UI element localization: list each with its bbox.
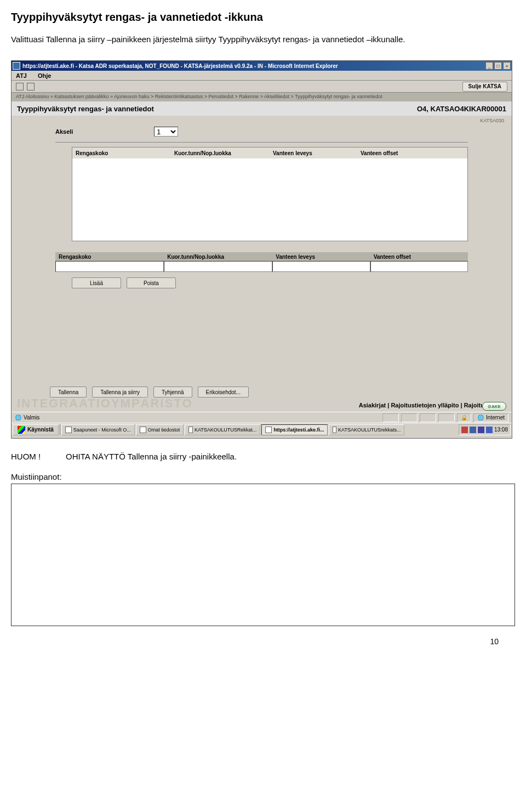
task-button[interactable]: KATSAKOULUTUSRekkat...: [185, 424, 260, 435]
divider: [55, 142, 468, 143]
close-button[interactable]: ×: [503, 62, 511, 70]
lisaa-button[interactable]: Lisää: [72, 277, 121, 288]
tray-icon[interactable]: [486, 427, 493, 433]
task-button-active[interactable]: https://atjtesti.ake.fi...: [261, 424, 328, 435]
status-pane-zone: 🌐 Internet: [473, 413, 508, 422]
page-title: Tyyppihyväksytyt rengas- ja vannetiedot: [17, 105, 154, 113]
content-area: KATSA030 Akseli 1 Rengaskoko Kuor.tunn/N…: [12, 116, 512, 412]
tray-icon[interactable]: [461, 427, 468, 433]
input-offset[interactable]: [370, 261, 468, 272]
ie-icon: [13, 62, 20, 70]
input-rengaskoko[interactable]: [55, 261, 164, 272]
huom-label: HUOM !: [11, 452, 66, 461]
col-leveys: Vanteen leveys: [270, 150, 357, 156]
browser-window: https://atjtesti.ake.fi - Katsa ADR supe…: [11, 60, 512, 439]
status-pane: [438, 413, 455, 422]
word-icon: [333, 427, 336, 433]
col-kuor: Kuor.tunn/Nop.luokka: [171, 150, 270, 156]
notes-box: [11, 484, 515, 626]
system-tray[interactable]: 13:08: [459, 424, 511, 435]
window-titlebar: https://atjtesti.ake.fi - Katsa ADR supe…: [12, 61, 512, 71]
huom-text: OHITA NÄYTTÖ Tallenna ja siirry -painikk…: [66, 452, 237, 461]
tyhjenna-button[interactable]: Tyhjennä: [153, 387, 192, 398]
document-paragraph: Valittuasi Tallenna ja siirry –painikkee…: [11, 35, 515, 44]
page-number: 10: [11, 637, 515, 646]
folder-icon: [140, 427, 146, 433]
window-title: https://atjtesti.ake.fi - Katsa ADR supe…: [22, 63, 338, 69]
input-leveys[interactable]: [272, 261, 370, 272]
outlook-icon: [65, 427, 72, 433]
menu-atj[interactable]: ATJ: [16, 72, 27, 79]
lock-icon: 🔒: [461, 414, 467, 421]
start-button[interactable]: Käynnistä: [13, 424, 59, 435]
back-icon[interactable]: [16, 83, 24, 90]
app-menubar: ATJ Ohje: [12, 71, 512, 81]
toolbar: Sulje KATSA: [12, 81, 512, 93]
page-header: Tyyppihyväksytyt rengas- ja vannetiedot …: [12, 101, 512, 116]
stop-icon[interactable]: [27, 83, 35, 90]
breadcrumb: ATJ Aloitussivu » Katsastuksen päävalikk…: [12, 93, 512, 101]
status-zone-text: Internet: [486, 414, 505, 421]
input-labels-row: Rengaskoko Kuor.tunn/Nop.luokka Vanteen …: [55, 252, 468, 261]
screen-code: KATSA030: [480, 118, 504, 123]
poista-button[interactable]: Poista: [127, 277, 176, 288]
label-kuor: Kuor.tunn/Nop.luokka: [164, 252, 272, 261]
status-pane: [401, 413, 418, 422]
task-button[interactable]: Saapuneet - Microsoft O...: [61, 424, 135, 435]
tallenna-ja-siirry-button[interactable]: Tallenna ja siirry: [92, 387, 148, 398]
taskbar: Käynnistä Saapuneet - Microsoft O... Oma…: [12, 423, 512, 436]
input-kuor[interactable]: [164, 261, 272, 272]
document-heading: Tyyppihyväksytyt rengas- ja vannetiedot …: [11, 11, 515, 24]
erikoisehdot-button[interactable]: Erikoisehdot...: [198, 387, 249, 398]
akseli-label: Akseli: [55, 128, 154, 135]
label-leveys: Vanteen leveys: [272, 252, 370, 261]
label-offset: Vanteen offset: [370, 252, 468, 261]
input-row: [55, 261, 468, 272]
clock: 13:08: [494, 427, 508, 433]
word-icon: [188, 427, 193, 433]
maximize-button[interactable]: □: [494, 62, 502, 70]
status-pane-security: 🔒: [457, 413, 471, 422]
tire-table: Rengaskoko Kuor.tunn/Nop.luokka Vanteen …: [72, 147, 468, 241]
tray-icon[interactable]: [478, 427, 484, 433]
watermark: INTEGRAATIOYMPÄRISTÖ: [17, 396, 193, 411]
task-button[interactable]: Omat tiedostot: [136, 424, 184, 435]
notes-label: Muistiinpanot:: [11, 472, 515, 481]
page-code: O4, KATSAO4KIKAR00001: [417, 105, 506, 113]
tallenna-button[interactable]: Tallenna: [50, 387, 87, 398]
menu-ohje[interactable]: Ohje: [38, 72, 51, 79]
status-pane: [420, 413, 436, 422]
table-header-row: Rengaskoko Kuor.tunn/Nop.luokka Vanteen …: [72, 147, 467, 158]
col-rengaskoko: Rengaskoko: [72, 150, 171, 156]
windows-icon: [18, 426, 25, 434]
minimize-button[interactable]: _: [485, 62, 493, 70]
statusbar: 🌐 Valmis 🔒 🌐 Internet: [12, 412, 512, 423]
sulje-katsa-button[interactable]: Sulje KATSA: [462, 82, 507, 92]
ake-logo: ⊙AKE: [482, 402, 506, 411]
table-body[interactable]: [72, 158, 467, 241]
ie-small-icon: 🌐: [15, 414, 21, 421]
akseli-select[interactable]: 1: [154, 127, 178, 137]
ie-task-icon: [265, 427, 272, 433]
status-text: Valmis: [24, 414, 39, 421]
task-button[interactable]: KATSAKOULUTUSrekkats...: [329, 424, 404, 435]
col-offset: Vanteen offset: [357, 150, 445, 156]
globe-icon: 🌐: [477, 414, 484, 421]
label-rengaskoko: Rengaskoko: [55, 252, 164, 261]
status-pane: [382, 413, 399, 422]
tray-icon[interactable]: [470, 427, 476, 433]
